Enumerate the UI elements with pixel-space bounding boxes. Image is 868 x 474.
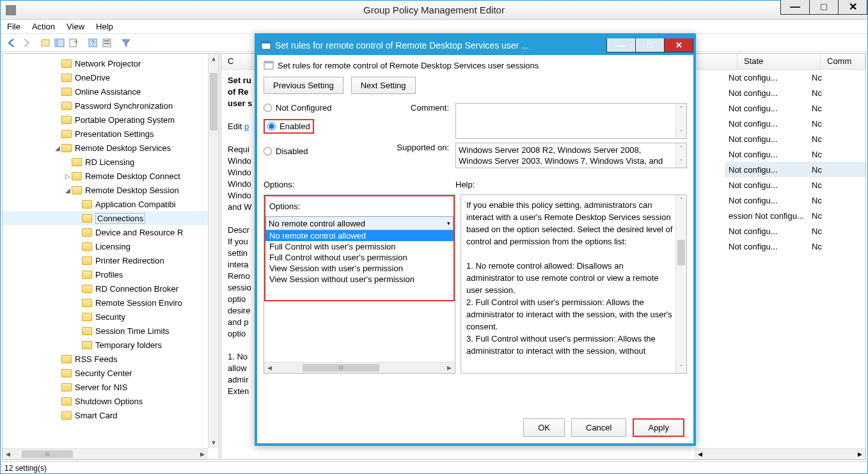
comment-textarea[interactable]: ˄˅ <box>455 103 687 139</box>
dropdown-option[interactable]: Full Control without user's permission <box>265 252 454 263</box>
tree-item[interactable]: Online Assistance <box>3 84 208 99</box>
tree-item[interactable]: Session Time Limits <box>3 324 208 338</box>
minimize-button[interactable]: — <box>780 0 810 15</box>
radio-not-configured[interactable]: Not Configured <box>264 103 379 113</box>
expander-icon[interactable]: ◢ <box>64 187 72 194</box>
settings-list[interactable]: Not configu...NcNot configu...NcNot conf… <box>725 70 865 448</box>
tree-item[interactable]: Profiles <box>3 267 208 281</box>
list-item[interactable]: Not configu...Nc <box>725 116 865 131</box>
scroll-thumb[interactable]: III <box>22 450 73 458</box>
tree-item[interactable]: Server for NIS <box>3 380 208 394</box>
list-item[interactable]: Not configu...Nc <box>725 100 865 116</box>
tree-item[interactable]: Smart Card <box>3 408 208 422</box>
maximize-button[interactable]: □ <box>809 0 839 15</box>
tree-item[interactable]: ▷Remote Desktop Connect <box>3 169 208 183</box>
tree-item[interactable]: RD Licensing <box>3 155 208 169</box>
dropdown-option[interactable]: No remote control allowed <box>265 230 454 241</box>
scroll-thumb[interactable] <box>210 73 217 130</box>
export-button[interactable] <box>67 36 80 49</box>
list-item[interactable]: Not configu...Nc <box>725 70 865 85</box>
column-comment[interactable]: Comm <box>821 54 865 69</box>
tree-item[interactable]: Licensing <box>3 239 208 253</box>
menu-file[interactable]: File <box>7 22 20 31</box>
help-icon[interactable]: ? <box>86 36 99 49</box>
ok-button[interactable]: OK <box>523 418 565 437</box>
scroll-left-icon[interactable]: ◀ <box>264 363 275 374</box>
apply-button[interactable]: Apply <box>633 418 684 437</box>
tree-item[interactable]: Printer Redirection <box>3 253 208 267</box>
column-state[interactable]: State <box>738 54 821 69</box>
scroll-right-icon[interactable]: ▶ <box>855 449 865 460</box>
up-button[interactable] <box>39 36 52 49</box>
tree-item[interactable]: Shutdown Options <box>3 394 208 408</box>
show-hide-tree-button[interactable] <box>53 36 66 49</box>
dropdown-option[interactable]: Full Control with user's permission <box>265 241 454 252</box>
list-item[interactable]: Not configu...Nc <box>725 239 865 254</box>
cancel-button[interactable]: Cancel <box>571 418 626 437</box>
tree-item[interactable]: ◢Remote Desktop Services <box>3 141 208 155</box>
tree-item[interactable]: Remote Session Enviro <box>3 296 208 310</box>
dropdown-option[interactable]: View Session without user's permission <box>265 274 454 285</box>
dropdown-option[interactable]: View Session with user's permission <box>265 263 454 274</box>
tree-item[interactable]: Temporary folders <box>3 338 208 352</box>
scroll-up-icon[interactable]: ˄ <box>676 195 686 206</box>
scroll-left-icon[interactable]: ◀ <box>695 449 706 460</box>
tree-item[interactable]: Security <box>3 310 208 324</box>
tree-item[interactable]: RSS Feeds <box>3 352 208 366</box>
help-scroll[interactable]: ˄ ˅ <box>675 195 686 373</box>
list-item[interactable]: Not configu...Nc <box>725 162 865 177</box>
scroll-thumb[interactable]: III <box>303 364 379 372</box>
scroll-up-icon[interactable]: ˄ <box>676 143 686 154</box>
tree-item[interactable]: Password Synchronization <box>3 99 208 113</box>
list-item[interactable]: Not configu...Nc <box>725 223 865 239</box>
tree-item[interactable]: ◢Remote Desktop Session <box>3 183 208 197</box>
tree-item[interactable]: Application Compatibi <box>3 197 208 211</box>
list-item[interactable]: Not configu...Nc <box>725 193 865 208</box>
scroll-down-icon[interactable]: ˅ <box>676 362 686 373</box>
tree-item[interactable]: Connections <box>3 211 208 225</box>
scroll-down-icon[interactable]: ˅ <box>676 157 686 168</box>
scroll-down-icon[interactable]: ▼ <box>209 438 219 448</box>
tree-item[interactable]: OneDrive <box>3 70 208 84</box>
tree-item[interactable]: Portable Operating System <box>3 113 208 127</box>
policy-tree[interactable]: Network ProjectorOneDriveOnline Assistan… <box>3 54 208 422</box>
tree-item[interactable]: Device and Resource R <box>3 225 208 239</box>
scroll-thumb[interactable] <box>677 240 685 265</box>
detail-hscroll[interactable]: ◀ ▶ <box>695 448 865 459</box>
list-item[interactable]: ession Not configu...Nc <box>725 208 865 223</box>
tree-vscroll[interactable]: ▲ ▼ <box>208 54 219 448</box>
tree-item[interactable]: Presentation Settings <box>3 127 208 141</box>
scroll-down-icon[interactable]: ˅ <box>676 127 686 138</box>
supported-scroll[interactable]: ˄˅ <box>675 143 686 168</box>
previous-setting-button[interactable]: Previous Setting <box>264 77 343 94</box>
expander-icon[interactable]: ▷ <box>64 173 72 180</box>
options-hscroll[interactable]: ◀ III ▶ <box>264 362 455 373</box>
expander-icon[interactable]: ◢ <box>54 145 61 152</box>
list-item[interactable]: Not configu...Nc <box>725 131 865 146</box>
list-item[interactable]: Not configu...Nc <box>725 146 865 162</box>
scroll-up-icon[interactable]: ˄ <box>676 104 686 115</box>
scroll-up-icon[interactable]: ▲ <box>209 54 219 65</box>
tree-hscroll[interactable]: ◀ III ▶ <box>3 448 208 459</box>
tree-item[interactable]: Network Projector <box>3 56 208 70</box>
properties-icon[interactable] <box>100 36 113 49</box>
dialog-minimize-button[interactable]: — <box>606 38 636 52</box>
scroll-right-icon[interactable]: ▶ <box>197 449 208 460</box>
forward-button[interactable] <box>20 36 33 49</box>
next-setting-button[interactable]: Next Setting <box>351 77 416 94</box>
menu-action[interactable]: Action <box>32 22 55 31</box>
radio-enabled[interactable]: Enabled <box>264 119 314 134</box>
menu-view[interactable]: View <box>67 22 84 31</box>
options-dropdown[interactable]: No remote control allowedFull Control wi… <box>265 230 454 285</box>
dialog-close-button[interactable]: ✕ <box>664 38 693 52</box>
menu-help[interactable]: Help <box>96 22 113 31</box>
close-button[interactable]: ✕ <box>838 0 867 15</box>
options-combobox[interactable]: No remote control allowed ▾ <box>265 216 454 230</box>
scroll-right-icon[interactable]: ▶ <box>444 363 455 374</box>
edit-link[interactable]: p <box>244 122 249 131</box>
filter-icon[interactable] <box>120 36 132 49</box>
list-item[interactable]: Not configu...Nc <box>725 85 865 100</box>
tree-item[interactable]: RD Connection Broker <box>3 281 208 296</box>
tree-item[interactable]: Security Center <box>3 366 208 380</box>
radio-disabled[interactable]: Disabled <box>264 146 379 156</box>
